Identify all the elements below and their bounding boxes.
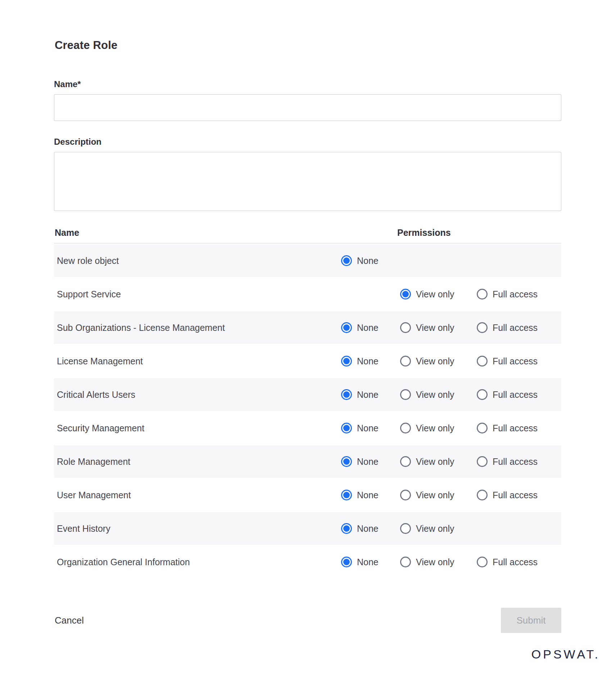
- table-row: Event HistoryNoneView only: [54, 512, 561, 545]
- row-permissions: NoneView onlyFull access: [341, 490, 561, 500]
- radio-view_only[interactable]: [400, 322, 411, 333]
- radio-view_only-label: View only: [416, 457, 454, 467]
- permission-cell-full_access: Full access: [477, 389, 561, 400]
- permission-cell-none: None: [341, 389, 400, 400]
- radio-full_access-label: Full access: [493, 490, 538, 500]
- radio-full_access[interactable]: [477, 289, 488, 300]
- row-name-label: Security Management: [54, 423, 341, 433]
- permission-cell-view_only: View only: [400, 490, 477, 500]
- row-permissions: NoneView only: [341, 523, 561, 534]
- table-header-permissions: Permissions: [341, 228, 561, 238]
- permission-cell-none: None: [341, 423, 400, 433]
- radio-full_access[interactable]: [477, 557, 488, 567]
- radio-none-label: None: [357, 457, 379, 467]
- permission-cell-full_access: Full access: [477, 356, 561, 367]
- row-permissions: NoneView onlyFull access: [341, 356, 561, 367]
- radio-full_access[interactable]: [477, 356, 488, 367]
- permission-cell-view_only: View only: [400, 289, 477, 300]
- radio-view_only[interactable]: [400, 490, 411, 500]
- radio-none-label: None: [357, 423, 379, 433]
- table-row: User ManagementNoneView onlyFull access: [54, 479, 561, 511]
- row-name-label: Event History: [54, 523, 341, 534]
- table-row: Role ManagementNoneView onlyFull access: [54, 445, 561, 478]
- radio-none[interactable]: [341, 322, 352, 333]
- radio-view_only-label: View only: [416, 523, 454, 534]
- radio-none[interactable]: [341, 356, 352, 367]
- row-name-label: User Management: [54, 490, 341, 500]
- row-permissions: NoneView onlyFull access: [341, 322, 561, 333]
- row-permissions: NoneView onlyFull access: [341, 389, 561, 400]
- radio-none[interactable]: [341, 456, 352, 467]
- radio-none-label: None: [357, 356, 379, 367]
- table-row: Critical Alerts UsersNoneView onlyFull a…: [54, 378, 561, 411]
- permission-cell-full_access: Full access: [477, 322, 561, 333]
- radio-view_only[interactable]: [400, 423, 411, 433]
- cancel-button[interactable]: Cancel: [54, 615, 84, 626]
- radio-none-label: None: [357, 557, 379, 567]
- permission-cell-full_access: Full access: [477, 456, 561, 467]
- footer: OPSWAT.: [531, 647, 600, 661]
- radio-view_only[interactable]: [400, 557, 411, 567]
- permission-cell-view_only: View only: [400, 322, 477, 333]
- permission-cell-view_only: View only: [400, 423, 477, 433]
- radio-full_access[interactable]: [477, 456, 488, 467]
- radio-full_access-label: Full access: [493, 323, 538, 333]
- row-permissions: NoneView onlyFull access: [341, 557, 561, 567]
- radio-none[interactable]: [341, 557, 352, 567]
- page-title: Create Role: [55, 39, 561, 52]
- radio-none-label: None: [357, 323, 379, 333]
- permission-cell-view_only: View only: [400, 523, 477, 534]
- permission-cell-full_access: Full access: [477, 557, 561, 567]
- table-row: Security ManagementNoneView onlyFull acc…: [54, 412, 561, 444]
- radio-none[interactable]: [341, 255, 352, 266]
- permission-cell-view_only: View only: [400, 456, 477, 467]
- radio-full_access-label: Full access: [493, 423, 538, 433]
- radio-none[interactable]: [341, 423, 352, 433]
- radio-view_only[interactable]: [400, 523, 411, 534]
- row-name-label: Organization General Information: [54, 557, 341, 567]
- table-row: Support ServiceView onlyFull access: [54, 278, 561, 310]
- form-actions: Cancel Submit: [54, 608, 561, 633]
- row-permissions: NoneView onlyFull access: [341, 423, 561, 433]
- row-name-label: Support Service: [54, 289, 341, 300]
- radio-none[interactable]: [341, 389, 352, 400]
- radio-none-label: None: [357, 256, 379, 266]
- permission-cell-full_access: Full access: [477, 423, 561, 433]
- permission-cell-full_access: Full access: [477, 490, 561, 500]
- opswat-logo: OPSWAT.: [531, 647, 600, 661]
- radio-full_access[interactable]: [477, 322, 488, 333]
- radio-full_access[interactable]: [477, 389, 488, 400]
- radio-view_only[interactable]: [400, 289, 411, 300]
- radio-view_only[interactable]: [400, 356, 411, 367]
- permissions-table-body: New role objectNoneSupport ServiceView o…: [54, 244, 561, 578]
- radio-full_access[interactable]: [477, 423, 488, 433]
- name-input[interactable]: [54, 94, 561, 121]
- permissions-table-header: Name Permissions: [54, 228, 561, 243]
- row-name-label: License Management: [54, 356, 341, 367]
- radio-full_access-label: Full access: [493, 289, 538, 300]
- permission-cell-none: None: [341, 255, 400, 266]
- permission-cell-none: None: [341, 322, 400, 333]
- radio-view_only[interactable]: [400, 389, 411, 400]
- description-label: Description: [54, 137, 561, 147]
- create-role-panel: Create Role Name* Description Name Permi…: [54, 0, 561, 633]
- radio-none[interactable]: [341, 523, 352, 534]
- radio-none-label: None: [357, 390, 379, 400]
- row-permissions: None: [341, 255, 561, 266]
- submit-button[interactable]: Submit: [501, 608, 561, 633]
- radio-full_access[interactable]: [477, 490, 488, 500]
- permission-cell-view_only: View only: [400, 557, 477, 567]
- radio-view_only-label: View only: [416, 557, 454, 567]
- row-permissions: NoneView onlyFull access: [341, 456, 561, 467]
- radio-full_access-label: Full access: [493, 457, 538, 467]
- row-name-label: New role object: [54, 256, 341, 266]
- permission-cell-view_only: View only: [400, 389, 477, 400]
- permission-cell-full_access: Full access: [477, 289, 561, 300]
- radio-view_only[interactable]: [400, 456, 411, 467]
- radio-view_only-label: View only: [416, 423, 454, 433]
- table-header-name: Name: [54, 228, 341, 238]
- table-row: New role objectNone: [54, 244, 561, 277]
- name-label: Name*: [54, 79, 561, 89]
- radio-none[interactable]: [341, 490, 352, 500]
- description-textarea[interactable]: [54, 152, 561, 211]
